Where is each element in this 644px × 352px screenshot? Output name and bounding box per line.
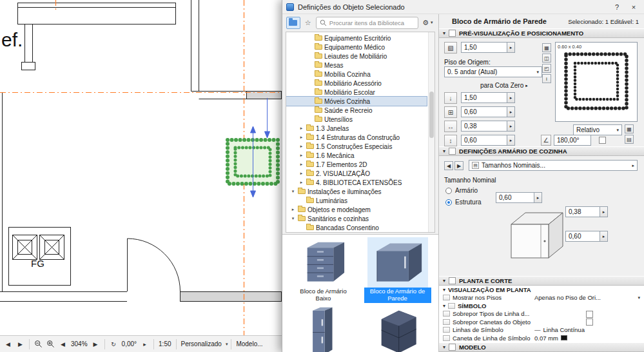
elevation-view-icon[interactable]: ◫ [542,54,551,63]
chevron-right-icon[interactable]: ▸ [298,171,304,176]
tree-item[interactable]: Móveis Cozinha [286,97,427,106]
subsection-simbolo[interactable]: ▾ SÍMBOLO [439,302,644,310]
dim-b-menu-button[interactable]: ▸ [507,121,515,132]
tree-item[interactable]: Mesas [286,61,427,70]
tree-item[interactable]: ▸4. BIBLIOTECA EXTENSÕES [286,178,427,187]
close-button[interactable]: × [627,2,640,12]
dim-a-field[interactable]: 0,60 [461,106,507,117]
elevation-menu-button[interactable]: ▸ [507,42,515,53]
mirror-checkbox[interactable] [599,137,606,144]
subsection-visualizacao[interactable]: ▾ VISUALIZAÇÃO EM PLANTA [439,286,644,294]
tree-item[interactable]: ▾Instalações e iluminações [286,187,427,196]
tree-item[interactable]: Luminárias [286,196,427,205]
tree-scrollbar[interactable] [428,32,434,232]
cabinet-width-field[interactable]: 0,60 [496,192,534,203]
para-cota-zero-button[interactable]: para Cota Zero ▸ [480,82,528,89]
tree-item[interactable]: Saúde e Recreio [286,106,427,115]
anchor-point-button[interactable]: ▧ [444,42,457,54]
library-tree[interactable]: Equipamento EscritórioEquipamento Médico… [286,32,435,233]
tree-item[interactable]: Bancadas Consentino [286,223,427,232]
nav-forward-button[interactable]: ▶ [15,338,26,350]
tree-scrollbar-thumb[interactable] [429,92,434,138]
tree-item[interactable]: Mobiliário Acessório [286,79,427,88]
chevron-right-icon[interactable]: ▸ [298,153,304,158]
cota-zero-field[interactable]: 1,50 [461,92,507,103]
tree-item[interactable]: ▾Sanitários e cozinhas [286,214,427,223]
tree-item[interactable]: ▸1.5 Construções Especiais [286,142,427,151]
setting-value-dropdown[interactable]: —Linha Contínua [534,326,632,333]
cabinet-depth-menu[interactable]: ▸ [600,206,608,217]
plan-setting-row[interactable]: Caneta de Linha de Símbolo0.07 mm [439,334,644,342]
model-tab[interactable]: Modelo... [235,340,264,347]
tree-item[interactable]: ▸1.3 Janelas [286,124,427,133]
thumbnail-item[interactable] [360,306,434,352]
search-input[interactable] [329,19,415,26]
setting-checkbox[interactable] [586,311,593,318]
dim-c-menu-button[interactable]: ▸ [507,135,515,146]
object-2d-preview[interactable]: 0.60 x 0.40 [555,42,638,122]
axon-view-icon[interactable]: ◰ [542,64,551,73]
nav-back-button[interactable]: ◀ [3,338,14,350]
plan-setting-row[interactable]: Sobrepor Canetas do Objeto [439,318,644,326]
tree-item[interactable]: ▸1.6 Mecânica [286,151,427,160]
view-preset-dropdown[interactable]: Personalizado [180,340,223,347]
cota-zero-menu-button[interactable]: ▸ [507,92,515,103]
section-kitchen-cabinet[interactable]: ▾ DEFINIÇÕES ARMÁRIO DE COZINHA [439,146,644,156]
tree-item[interactable]: Mobiliário Escolar [286,88,427,97]
grid-position-button[interactable]: ⊞ [444,106,457,118]
dim-c-field[interactable]: 0,60 [461,135,507,146]
cabinet-depth-field[interactable]: 0,38 [565,206,600,217]
chevron-right-icon[interactable]: ▸ [298,180,304,185]
chevron-down-icon[interactable]: ▾ [290,189,296,194]
chevron-right-icon[interactable]: ▸ [298,126,304,131]
radio-armario[interactable]: Armário [445,187,478,194]
tree-item[interactable]: ▸Objetos e modelagem [286,205,427,214]
zoom-step-up-button[interactable]: ▶ [90,338,101,350]
tree-item[interactable]: Leiautes de Mobiliário [286,52,427,61]
elevation-field[interactable]: 1,50 [461,42,507,53]
tree-item[interactable]: Equipamento Escritório [286,34,427,43]
tree-item[interactable]: ▸1.7 Elementos 2D [286,160,427,169]
section-plan-section[interactable]: ▾ PLANTA E CORTE [439,276,644,286]
plan-setting-row[interactable]: Sobrepor Tipos de Linha d... [439,310,644,318]
dim-a-menu-button[interactable]: ▸ [507,106,515,117]
rotation-menu-button[interactable]: ▸ [139,338,150,350]
chevron-right-icon[interactable]: ▸ [290,207,296,212]
cabinet-height-menu[interactable]: ▸ [600,231,608,242]
thumbnail-item[interactable]: Bloco de Armário Baixo [286,237,360,303]
thumbnail-item[interactable]: Bloco de Armário de Parede [360,237,434,303]
scale-button[interactable]: 1:50 [157,340,172,347]
preview-option-b-button[interactable]: ▤ [625,135,634,144]
width-button[interactable]: ↔ [444,121,457,132]
zoom-level-value[interactable]: 304% [70,340,89,347]
nominal-sizes-dropdown[interactable]: ▤ Tamanhos Nominais... ▸ [469,160,638,171]
rotate-view-icon[interactable]: ↻ [108,338,119,350]
dialog-titlebar[interactable]: Definições do Objeto Selecionado ? × [282,0,644,14]
chevron-right-icon[interactable]: ▸ [298,162,304,167]
favorites-button[interactable]: ☆ [303,17,313,29]
chevron-down-icon[interactable]: ▾ [290,216,296,221]
relative-dropdown[interactable]: Relativo ▾ [573,124,622,135]
zoom-out-button[interactable] [33,338,44,350]
settings-gear-button[interactable]: ⚙▾ [421,17,434,29]
next-page-button[interactable]: ▶ [454,161,463,170]
plan-setting-row[interactable]: Mostrar nos PisosApenas no Piso de Ori..… [439,294,644,302]
rotation-value[interactable]: 0,00° [121,340,138,347]
help-button[interactable]: ? [610,2,623,12]
thumbnail-item[interactable] [286,306,360,352]
preview-option-a-button[interactable]: ▦ [625,124,634,133]
setting-value-dropdown[interactable]: Apenas no Piso de Ori... [534,294,632,301]
library-folder-view-button[interactable] [286,17,300,29]
zoom-step-down-button[interactable]: ◀ [57,338,68,350]
zoom-in-button[interactable] [45,338,56,350]
section-preview-positioning[interactable]: ▾ PRÉ-VISUALIZAÇÃO E POSICIONAMENTO [439,28,644,38]
cabinet-width-menu[interactable]: ▸ [534,192,542,203]
chevron-right-icon[interactable]: ▸ [298,144,304,149]
cabinet-height-field[interactable]: 0,60 [565,231,600,242]
tree-item[interactable]: ▸2. VISUALIZAÇÃO [286,169,427,178]
info-icon[interactable]: i [542,74,551,83]
setting-checkbox[interactable] [586,318,593,326]
plan-setting-row[interactable]: Linhas de Símbolo—Linha Contínua [439,326,644,335]
floor-plan-canvas[interactable]: ef. FG [0,0,282,335]
chevron-right-icon[interactable]: ▸ [298,135,304,140]
